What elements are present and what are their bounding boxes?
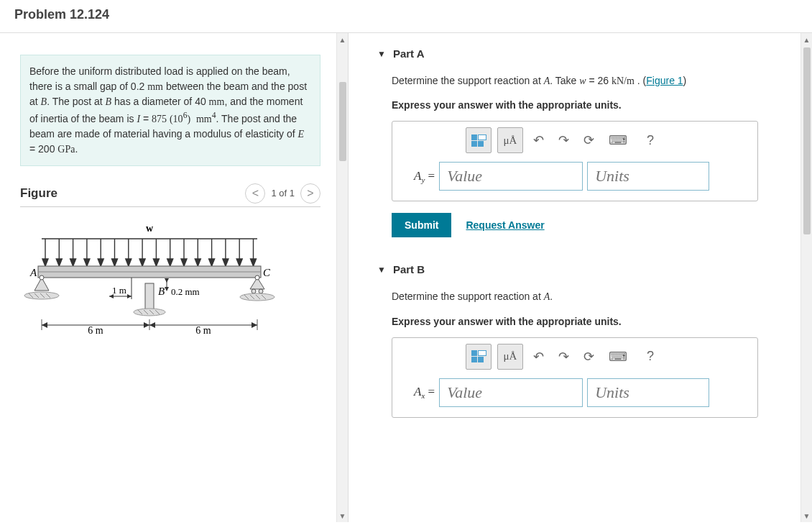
- part-a-title: Part A: [393, 47, 425, 60]
- figure-area: w A C: [0, 211, 333, 372]
- svg-marker-18: [153, 259, 159, 266]
- svg-point-37: [24, 292, 59, 299]
- part-b-title: Part B: [393, 263, 425, 275]
- svg-marker-32: [251, 259, 257, 266]
- reset-button[interactable]: ⟳: [579, 344, 599, 370]
- part-a: ▼ Part A Determine the support reaction …: [349, 33, 798, 249]
- svg-point-43: [255, 275, 259, 280]
- part-b-sub: Express your answer with the appropriate…: [392, 316, 788, 327]
- left-column: Before the uniform distributed load is a…: [0, 33, 349, 522]
- svg-point-46: [240, 293, 274, 301]
- request-answer-link[interactable]: Request Answer: [466, 219, 544, 231]
- dim-1m: 1 m: [112, 285, 126, 296]
- keyboard-button[interactable]: ⌨: [604, 344, 632, 370]
- span-left: 6 m: [88, 325, 103, 336]
- part-b-instruction: Determine the support reaction at A.: [392, 288, 788, 305]
- figure-prev-button[interactable]: <: [245, 183, 265, 204]
- part-a-sub: Express your answer with the appropriate…: [392, 99, 788, 111]
- svg-marker-67: [42, 322, 47, 328]
- svg-marker-70: [252, 322, 257, 328]
- collapse-icon[interactable]: ▼: [377, 265, 386, 275]
- part-b: ▼ Part B Determine the support reaction …: [349, 249, 798, 429]
- svg-point-36: [40, 275, 44, 280]
- left-scroll-area: Before the uniform distributed load is a…: [0, 33, 336, 522]
- figure-header: Figure < 1 of 1 >: [20, 183, 320, 207]
- problem-header: Problem 12.124: [0, 0, 812, 33]
- figure-link[interactable]: Figure 1: [646, 75, 683, 86]
- beam-diagram: w A C: [20, 219, 279, 362]
- figure-next-button[interactable]: >: [300, 183, 320, 204]
- svg-marker-6: [70, 259, 76, 266]
- svg-marker-8: [84, 259, 90, 266]
- figure-label: Figure: [20, 186, 57, 201]
- point-c-label: C: [263, 267, 271, 278]
- undo-button[interactable]: ↶: [529, 344, 548, 370]
- right-scrollbar[interactable]: ▲ ▼: [801, 33, 812, 522]
- svg-point-52: [134, 309, 165, 316]
- part-a-toolbar: μÅ ↶ ↷ ⟳ ⌨ ?: [400, 127, 750, 153]
- template-button[interactable]: [466, 344, 492, 370]
- svg-marker-4: [56, 259, 62, 266]
- svg-marker-60: [127, 294, 132, 298]
- figure-pager: < 1 of 1 >: [245, 183, 320, 204]
- scroll-down-icon[interactable]: ▼: [337, 509, 348, 522]
- svg-marker-26: [209, 259, 215, 266]
- collapse-icon[interactable]: ▼: [377, 49, 386, 59]
- gap-label: 0.2 mm: [171, 286, 200, 297]
- undo-button[interactable]: ↶: [529, 127, 548, 153]
- keyboard-button[interactable]: ⌨: [604, 127, 632, 153]
- part-b-lhs: Ax =: [414, 385, 435, 400]
- redo-button[interactable]: ↷: [554, 344, 573, 370]
- right-column: ▼ Part A Determine the support reaction …: [349, 33, 812, 522]
- redo-button[interactable]: ↷: [554, 127, 573, 153]
- content-area: Before the uniform distributed load is a…: [0, 33, 812, 522]
- svg-marker-2: [42, 259, 48, 266]
- svg-marker-12: [112, 259, 118, 266]
- load-label: w: [146, 223, 154, 234]
- submit-button[interactable]: Submit: [392, 213, 451, 237]
- left-scrollbar[interactable]: ▲ ▼: [336, 33, 348, 522]
- reset-button[interactable]: ⟳: [579, 127, 599, 153]
- svg-rect-51: [145, 283, 154, 309]
- scroll-up-icon[interactable]: ▲: [801, 33, 812, 46]
- svg-marker-28: [223, 259, 229, 266]
- part-a-units-input[interactable]: [587, 162, 709, 191]
- figure-page-text: 1 of 1: [271, 188, 295, 198]
- support-c: [240, 275, 274, 301]
- part-a-lhs: Ay =: [414, 169, 435, 184]
- point-a-label: A: [29, 267, 37, 278]
- svg-marker-10: [98, 259, 103, 266]
- template-button[interactable]: [466, 127, 492, 153]
- svg-marker-20: [167, 259, 173, 266]
- svg-point-44: [252, 289, 256, 293]
- problem-statement: Before the uniform distributed load is a…: [20, 55, 320, 166]
- svg-marker-69: [149, 322, 155, 328]
- special-char-button[interactable]: μÅ: [497, 127, 523, 153]
- support-a: [24, 275, 59, 299]
- span-right: 6 m: [195, 325, 211, 336]
- point-b-label: B: [158, 286, 165, 297]
- part-a-value-input[interactable]: [439, 162, 583, 191]
- help-button[interactable]: ?: [637, 344, 663, 370]
- svg-marker-14: [126, 259, 132, 266]
- part-a-answer-box: μÅ ↶ ↷ ⟳ ⌨ ? Ay =: [392, 121, 758, 201]
- scroll-down-icon[interactable]: ▼: [801, 509, 812, 522]
- part-a-instruction: Determine the support reaction at A. Tak…: [392, 73, 788, 89]
- svg-point-45: [259, 289, 263, 293]
- part-b-toolbar: μÅ ↶ ↷ ⟳ ⌨ ?: [400, 344, 750, 370]
- svg-marker-30: [236, 259, 242, 266]
- special-char-button[interactable]: μÅ: [497, 344, 523, 370]
- scroll-up-icon[interactable]: ▲: [337, 33, 348, 46]
- svg-marker-68: [144, 322, 149, 328]
- part-b-value-input[interactable]: [439, 378, 583, 407]
- part-b-units-input[interactable]: [587, 378, 709, 407]
- problem-title: Problem 12.124: [14, 7, 798, 22]
- svg-marker-22: [181, 259, 187, 266]
- svg-marker-16: [139, 259, 145, 266]
- svg-marker-24: [195, 259, 200, 266]
- part-b-answer-box: μÅ ↶ ↷ ⟳ ⌨ ? Ax =: [392, 337, 758, 418]
- help-button[interactable]: ?: [637, 127, 663, 153]
